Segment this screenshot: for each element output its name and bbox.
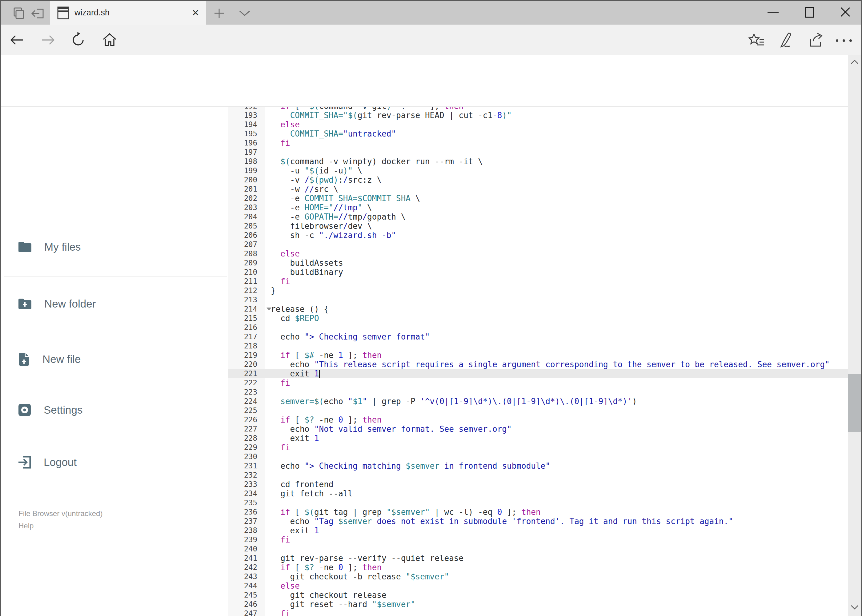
code-line-text[interactable]: $(command -v winpty) docker run --rm -it… [265, 157, 483, 166]
code-row[interactable]: 233 cd frontend [228, 480, 862, 489]
code-line-text[interactable]: git checkout release [265, 591, 386, 600]
code-row[interactable]: 232 [228, 470, 862, 480]
page-scrollbar-thumb[interactable] [848, 374, 861, 432]
code-row[interactable]: 192 if [ "$(command -v git)" != "" ]; th… [228, 107, 862, 111]
fold-marker-icon[interactable] [266, 308, 271, 311]
close-window-button[interactable] [839, 6, 852, 19]
browser-tab[interactable]: wizard.sh ✕ [50, 1, 206, 25]
more-ellipsis-icon[interactable] [835, 39, 854, 42]
code-row[interactable]: 238 exit 1 [228, 526, 862, 535]
code-row[interactable]: 205 filebrowser/dev \ [228, 222, 862, 231]
code-line-text[interactable] [265, 148, 271, 157]
code-row[interactable]: 212} [228, 286, 862, 295]
code-row[interactable]: 195 COMMIT_SHA="untracked" [228, 129, 862, 138]
scroll-up-icon[interactable] [850, 59, 859, 64]
code-row[interactable]: 207 [228, 240, 862, 249]
annotate-pen-icon[interactable] [778, 32, 793, 48]
code-row[interactable]: 204 -e GOPATH=//tmp/gopath \ [228, 212, 862, 222]
code-row[interactable]: 218 [228, 341, 862, 350]
code-row[interactable]: 216 [228, 323, 862, 332]
minimize-button[interactable] [767, 11, 779, 14]
code-row[interactable]: 193 COMMIT_SHA="$(git rev-parse HEAD | c… [228, 111, 862, 120]
code-line-text[interactable]: else [265, 581, 300, 591]
code-row[interactable]: 221 exit 1 [228, 369, 862, 378]
forward-button[interactable] [41, 33, 56, 47]
code-line-text[interactable] [265, 452, 271, 461]
code-line-text[interactable]: release () { [265, 305, 329, 314]
code-line-text[interactable] [265, 544, 271, 553]
code-line-text[interactable]: fi [265, 535, 290, 544]
code-line-text[interactable]: fi [265, 138, 290, 148]
help-link[interactable]: Help [19, 522, 33, 530]
code-row[interactable]: 244 else [228, 581, 862, 591]
code-line-text[interactable]: exit 1 [265, 434, 319, 443]
code-line-text[interactable]: buildAssets [265, 258, 343, 267]
code-line-text[interactable]: fi [265, 443, 290, 452]
code-row[interactable]: 217 echo "> Checking semver format" [228, 332, 862, 341]
code-row[interactable]: 230 [228, 452, 862, 461]
code-row[interactable]: 242 if [ $? -ne 0 ]; then [228, 563, 862, 572]
code-row[interactable]: 241 git rev-parse --verify --quiet relea… [228, 553, 862, 563]
code-row[interactable]: 236 if [ $(git tag | grep "$semver" | wc… [228, 508, 862, 517]
code-line-text[interactable]: if [ "$(command -v git)" != "" ]; then [265, 107, 463, 111]
code-line-text[interactable]: -u "$(id -u)" \ [265, 166, 362, 175]
code-row[interactable]: 194 else [228, 120, 862, 129]
code-line-text[interactable]: else [265, 249, 300, 258]
code-line-text[interactable]: cd $REPO [265, 314, 319, 323]
code-row[interactable]: 198 $(command -v winpty) docker run --rm… [228, 157, 862, 166]
code-row[interactable]: 226 if [ $? -ne 0 ]; then [228, 415, 862, 424]
page-scrollbar-track[interactable] [848, 55, 861, 616]
code-editor[interactable]: 192 if [ "$(command -v git)" != "" ]; th… [228, 107, 862, 616]
code-row[interactable]: 197 [228, 148, 862, 157]
code-row[interactable]: 220 echo "This release script requires a… [228, 360, 862, 369]
tab-close-icon[interactable]: ✕ [192, 7, 199, 18]
code-row[interactable]: 196 fi [228, 138, 862, 148]
code-row[interactable]: 199 -u "$(id -u)" \ [228, 166, 862, 175]
sidebar-item-new-folder[interactable]: New folder [18, 293, 96, 314]
code-row[interactable]: 245 git checkout release [228, 591, 862, 600]
code-line-text[interactable]: git fetch --all [265, 489, 353, 498]
sidebar-item-logout[interactable]: Logout [18, 451, 77, 473]
code-row[interactable]: 225 [228, 406, 862, 415]
code-row[interactable]: 203 -e HOME="//tmp" \ [228, 203, 862, 212]
code-line-text[interactable]: fi [265, 378, 290, 388]
code-row[interactable]: 219 if [ $# -ne 1 ]; then [228, 350, 862, 360]
code-row[interactable]: 223 [228, 388, 862, 397]
hub-favorites-icon[interactable] [749, 33, 764, 47]
code-row[interactable]: 228 exit 1 [228, 434, 862, 443]
sidebar-item-my-files[interactable]: My files [18, 236, 81, 258]
code-line-text[interactable]: else [265, 120, 300, 129]
code-row[interactable]: 222 fi [228, 378, 862, 388]
code-line-text[interactable]: git checkout -b release "$semver" [265, 572, 449, 581]
code-line-text[interactable]: echo "Not valid semver format. See semve… [265, 424, 512, 434]
code-line-text[interactable]: COMMIT_SHA="$(git rev-parse HEAD | cut -… [265, 111, 512, 120]
home-button[interactable] [102, 32, 118, 47]
code-line-text[interactable]: if [ $? -ne 0 ]; then [265, 415, 381, 424]
code-line-text[interactable] [265, 240, 271, 249]
code-line-text[interactable]: -v /$(pwd):/src:z \ [265, 175, 381, 184]
code-row[interactable]: 215 cd $REPO [228, 314, 862, 323]
code-row[interactable]: 234 git fetch --all [228, 489, 862, 498]
code-line-text[interactable]: git rev-parse --verify --quiet release [265, 553, 463, 563]
code-row[interactable]: 227 echo "Not valid semver format. See s… [228, 424, 862, 434]
code-line-text[interactable] [265, 295, 271, 305]
code-line-text[interactable]: if [ $? -ne 0 ]; then [265, 563, 381, 572]
code-row[interactable]: 239 fi [228, 535, 862, 544]
code-row[interactable]: 237 echo "Tag $semver does not exist in … [228, 517, 862, 526]
share-page-icon[interactable] [808, 33, 824, 48]
code-line-text[interactable]: -w //src \ [265, 184, 338, 194]
code-line-text[interactable]: -e HOME="//tmp" \ [265, 203, 372, 212]
code-line-text[interactable]: if [ $(git tag | grep "$semver" | wc -l)… [265, 508, 541, 517]
code-line-text[interactable] [265, 406, 271, 415]
code-row[interactable]: 240 [228, 544, 862, 553]
code-line-text[interactable]: echo "> Checking semver format" [265, 332, 430, 341]
code-row[interactable]: 224 semver=$(echo "$1" | grep -P '^v(0|[… [228, 397, 862, 406]
code-line-text[interactable]: exit 1 [265, 369, 320, 378]
code-line-text[interactable]: echo "> Checking matching $semver in fro… [265, 461, 550, 470]
new-tab-icon[interactable] [213, 7, 225, 19]
sidebar-item-settings[interactable]: Settings [18, 399, 82, 421]
code-row[interactable]: 202 -e COMMIT_SHA=$COMMIT_SHA \ [228, 194, 862, 203]
code-line-text[interactable]: fi [265, 277, 290, 286]
refresh-button[interactable] [70, 32, 86, 48]
code-row[interactable]: 213 [228, 295, 862, 305]
